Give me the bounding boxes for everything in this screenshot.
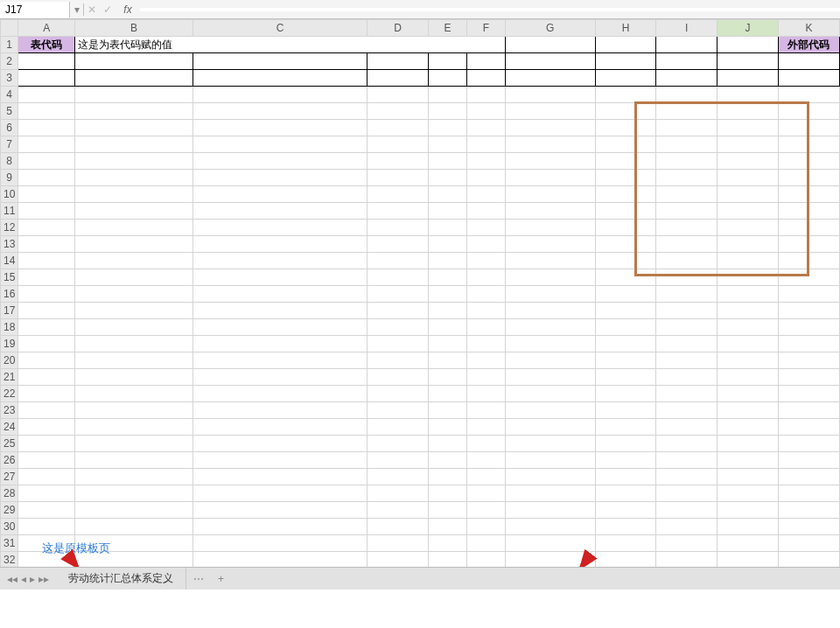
row-header-19[interactable]: 19 — [1, 336, 18, 352]
cell-C28[interactable] — [192, 485, 367, 502]
cell-F24[interactable] — [467, 419, 506, 436]
cell-I26[interactable] — [656, 452, 718, 469]
sheet-tab-template-def[interactable]: 劳动统计汇总体系定义 — [56, 568, 186, 590]
row-header-3[interactable]: 3 — [1, 70, 18, 87]
cell-C20[interactable] — [192, 352, 367, 369]
row-header-29[interactable]: 29 — [1, 502, 18, 519]
cell-J27[interactable] — [718, 469, 779, 485]
cell-I16[interactable] — [656, 286, 718, 303]
cell-B13[interactable] — [75, 236, 193, 253]
cell-I18[interactable] — [656, 319, 718, 336]
cell-A17[interactable] — [18, 303, 75, 319]
cell-A5[interactable] — [18, 103, 75, 120]
row-header-6[interactable]: 6 — [1, 120, 18, 136]
cell-K30[interactable] — [778, 519, 839, 535]
cell-B28[interactable] — [75, 485, 193, 502]
cell-F21[interactable] — [467, 369, 506, 386]
name-box[interactable]: J17 — [0, 2, 70, 17]
row-header-22[interactable]: 22 — [1, 386, 18, 402]
row-header-12[interactable]: 12 — [1, 220, 18, 236]
cell-A16[interactable] — [18, 286, 75, 303]
cell-A1[interactable]: 表代码 — [18, 37, 75, 53]
cell-B16[interactable] — [75, 286, 193, 303]
cell-I29[interactable] — [656, 502, 718, 519]
cell-G12[interactable] — [505, 220, 595, 236]
cell-G16[interactable] — [505, 286, 595, 303]
grid-area[interactable]: ABCDEFGHIJK 1表代码这是为表代码赋的值外部代码23456789101… — [0, 19, 840, 590]
cell-B9[interactable] — [75, 170, 193, 186]
cell-E14[interactable] — [429, 253, 467, 269]
cell-C15[interactable] — [192, 269, 367, 286]
cell-F27[interactable] — [467, 469, 506, 485]
cell-F6[interactable] — [467, 120, 506, 136]
cell-F22[interactable] — [467, 386, 506, 402]
cell-J24[interactable] — [718, 419, 779, 436]
cell-I20[interactable] — [656, 352, 718, 369]
cell-E29[interactable] — [429, 502, 467, 519]
cell-E17[interactable] — [429, 303, 467, 319]
col-header-D[interactable]: D — [368, 20, 429, 37]
cell-B5[interactable] — [75, 103, 193, 120]
cell-H32[interactable] — [595, 552, 656, 569]
cell-A21[interactable] — [18, 369, 75, 386]
cell-C22[interactable] — [192, 386, 367, 402]
cell-F9[interactable] — [467, 170, 506, 186]
cell-F29[interactable] — [467, 502, 506, 519]
col-header-F[interactable]: F — [467, 20, 506, 37]
formula-input[interactable] — [140, 8, 840, 11]
cell-A19[interactable] — [18, 336, 75, 352]
cell-F25[interactable] — [467, 436, 506, 452]
cell-F32[interactable] — [467, 552, 506, 569]
cell-C6[interactable] — [192, 120, 367, 136]
cell-F26[interactable] — [467, 452, 506, 469]
cell-A10[interactable] — [18, 186, 75, 203]
cell-B21[interactable] — [75, 369, 193, 386]
cell-A13[interactable] — [18, 236, 75, 253]
cell-J4[interactable] — [718, 87, 779, 103]
cell-E8[interactable] — [429, 153, 467, 170]
cell-B8[interactable] — [75, 153, 193, 170]
row-header-18[interactable]: 18 — [1, 319, 18, 336]
cell-E5[interactable] — [429, 103, 467, 120]
cell-F28[interactable] — [467, 485, 506, 502]
cell-I30[interactable] — [656, 519, 718, 535]
row-header-4[interactable]: 4 — [1, 87, 18, 103]
cell-H3[interactable] — [595, 70, 656, 87]
cell-H29[interactable] — [595, 502, 656, 519]
cell-K32[interactable] — [778, 552, 839, 569]
cell-D18[interactable] — [368, 319, 429, 336]
cell-C18[interactable] — [192, 319, 367, 336]
row-header-23[interactable]: 23 — [1, 402, 18, 419]
cell-B3[interactable] — [75, 70, 193, 87]
cell-C23[interactable] — [192, 402, 367, 419]
cell-I27[interactable] — [656, 469, 718, 485]
cell-F19[interactable] — [467, 336, 506, 352]
cell-E28[interactable] — [429, 485, 467, 502]
cell-F17[interactable] — [467, 303, 506, 319]
cell-G24[interactable] — [505, 419, 595, 436]
cell-F8[interactable] — [467, 153, 506, 170]
cell-H31[interactable] — [595, 535, 656, 552]
cell-H25[interactable] — [595, 436, 656, 452]
cell-D9[interactable] — [368, 170, 429, 186]
cell-A12[interactable] — [18, 220, 75, 236]
cell-E24[interactable] — [429, 419, 467, 436]
cell-E23[interactable] — [429, 402, 467, 419]
cell-D14[interactable] — [368, 253, 429, 269]
cell-J16[interactable] — [718, 286, 779, 303]
cell-G30[interactable] — [505, 519, 595, 535]
cell-C17[interactable] — [192, 303, 367, 319]
tab-more-icon[interactable]: ⋯ — [186, 573, 211, 585]
col-header-G[interactable]: G — [505, 20, 595, 37]
cell-B18[interactable] — [75, 319, 193, 336]
cell-D21[interactable] — [368, 369, 429, 386]
cell-F10[interactable] — [467, 186, 506, 203]
cell-G28[interactable] — [505, 485, 595, 502]
row-header-13[interactable]: 13 — [1, 236, 18, 253]
cell-A30[interactable] — [18, 519, 75, 535]
cell-D7[interactable] — [368, 136, 429, 153]
cell-A22[interactable] — [18, 386, 75, 402]
cell-A23[interactable] — [18, 402, 75, 419]
cell-D28[interactable] — [368, 485, 429, 502]
cell-E9[interactable] — [429, 170, 467, 186]
